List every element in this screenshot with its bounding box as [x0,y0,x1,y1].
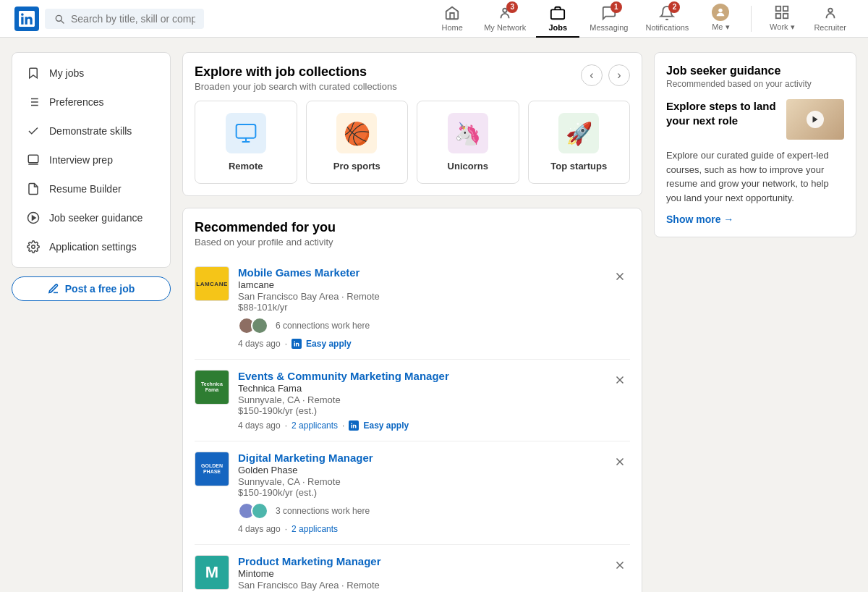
collection-unicorns[interactable]: 🦄 Unicorns [417,101,519,184]
nav-item-mynetwork[interactable]: 3 My Network [477,0,533,38]
applicants-link-2[interactable]: 2 applicants [292,420,338,431]
main-content: Explore with job collections Broaden you… [182,52,642,592]
sidebar-item-preferences[interactable]: Preferences [12,88,170,117]
play-button[interactable] [807,111,824,128]
nav-item-me[interactable]: Me ▾ [699,0,742,38]
post-job-button[interactable]: Post a free job [12,276,171,301]
technica-logo-text: TechnicaFama [195,371,229,404]
jobs-icon [549,4,566,22]
nav-label-notifications: Notifications [645,23,689,32]
job-company-4: Mintome [238,568,630,579]
dismiss-button-1[interactable] [610,266,630,287]
sidebar-item-application-settings[interactable]: Application settings [12,232,170,261]
sidebar-label-job-seeker-guidance: Job seeker guidance [49,212,142,224]
collection-label-pro-sports: Pro sports [333,161,380,172]
job-title-3[interactable]: Digital Marketing Manager [238,452,630,464]
job-title-2[interactable]: Events & Community Marketing Manager [238,370,630,382]
nav-item-notifications[interactable]: 2 Notifications [638,0,696,38]
job-salary-3: $150-190k/yr (est.) [238,487,630,498]
collection-pro-sports[interactable]: 🏀 Pro sports [306,101,409,184]
nav-item-recruiter[interactable]: Recruiter [807,0,854,38]
search-bar[interactable] [45,9,204,29]
search-input[interactable] [71,13,195,25]
job-title-4[interactable]: Product Marketing Manager [238,555,630,567]
guidance-thumbnail[interactable] [786,99,844,140]
close-icon-3 [613,455,626,468]
nav-label-home: Home [442,23,463,32]
collections-prev-button[interactable]: ‹ [581,64,603,86]
collection-remote[interactable]: Remote [195,101,297,184]
show-more-link[interactable]: Show more → [666,213,844,225]
job-connections-1: 6 connections work here [238,317,630,334]
show-more-text: Show more → [666,213,733,225]
chevron-left-icon: ‹ [590,69,593,82]
dismiss-button-2[interactable] [610,370,630,390]
sidebar-label-application-settings: Application settings [49,241,137,253]
job-info-1: Mobile Games Marketer Iamcane San Franci… [238,266,630,349]
table-row: LAMCANE Mobile Games Marketer Iamcane Sa… [195,256,630,360]
me-icon [712,4,729,21]
chevron-right-icon: › [617,69,621,82]
svg-rect-14 [28,155,38,163]
sidebar-item-demonstrate-skills[interactable]: Demonstrate skills [12,117,170,145]
job-location-2: Sunnyvale, CA · Remote [238,394,630,405]
collection-label-remote: Remote [229,161,263,172]
linkedin-logo[interactable] [14,7,39,31]
collections-card: Explore with job collections Broaden you… [182,52,642,196]
list-icon [26,95,41,109]
job-posted-1: 4 days ago [238,339,281,349]
nav-label-network: My Network [484,23,526,32]
nav-item-work[interactable]: Work ▾ [760,0,804,38]
sidebar-item-interview-prep[interactable]: Interview prep [12,145,170,174]
pro-sports-icon: 🏀 [336,113,377,153]
work-icon [773,4,791,21]
svg-rect-5 [783,14,788,18]
guidance-subtitle: Recommended based on your activity [666,79,844,89]
remote-icon [226,113,266,153]
sidebar-label-demonstrate-skills: Demonstrate skills [49,125,132,137]
home-icon [443,4,461,22]
guidance-heading: Explore steps to land your next role [666,99,778,127]
sidebar-label-preferences: Preferences [49,96,103,108]
job-location-1: San Francisco Bay Area · Remote [238,291,630,302]
job-title-1[interactable]: Mobile Games Marketer [238,266,630,279]
collections-grid: Remote 🏀 Pro sports 🦄 Unicorns [195,101,630,184]
job-company-3: Golden Phase [238,465,630,475]
guidance-banner: Explore steps to land your next role [666,99,844,140]
job-info-4: Product Marketing Manager Mintome San Fr… [238,555,630,592]
sidebar-item-resume-builder[interactable]: Resume Builder [12,174,170,203]
meta-dot-1: · [285,339,287,349]
nav-item-home[interactable]: Home [430,0,474,38]
sidebar-item-my-jobs[interactable]: My jobs [12,59,170,88]
easy-apply-2: Easy apply [363,420,409,431]
linkedin-icon-2 [349,420,359,431]
job-posted-2: 4 days ago [238,420,281,431]
conn-text-3: 3 connections work here [276,506,370,516]
job-info-3: Digital Marketing Manager Golden Phase S… [238,452,630,534]
svg-marker-30 [813,117,818,123]
dismiss-button-4[interactable] [610,555,630,575]
recommended-title: Recommended for you [195,220,630,235]
collections-header: Explore with job collections Broaden you… [195,64,630,92]
play-icon [26,211,41,225]
svg-marker-17 [33,216,36,220]
sidebar: My jobs Preferences Demonstrate skills I… [12,52,171,592]
nav-item-jobs[interactable]: Jobs [536,0,579,38]
linkedin-icon-1 [292,339,302,349]
collections-text: Explore with job collections Broaden you… [195,64,397,92]
network-icon: 3 [496,4,514,22]
applicants-link-3[interactable]: 2 applicants [292,524,338,534]
dismiss-button-3[interactable] [610,452,630,472]
gear-icon [26,240,41,254]
collections-next-button[interactable]: › [608,64,630,86]
unicorn-emoji: 🦄 [454,121,481,146]
sidebar-item-job-seeker-guidance[interactable]: Job seeker guidance [12,203,170,232]
messaging-icon: 1 [600,4,618,22]
nav-item-messaging[interactable]: 1 Messaging [582,0,635,38]
post-job-label: Post a free job [65,283,135,295]
job-meta-2: 4 days ago · 2 applicants · Easy apply [238,420,630,431]
collection-top-startups[interactable]: 🚀 Top startups [528,101,631,184]
job-posted-3: 4 days ago [238,524,281,534]
close-icon-1 [613,270,626,283]
job-meta-1: 4 days ago · Easy apply [238,339,630,349]
